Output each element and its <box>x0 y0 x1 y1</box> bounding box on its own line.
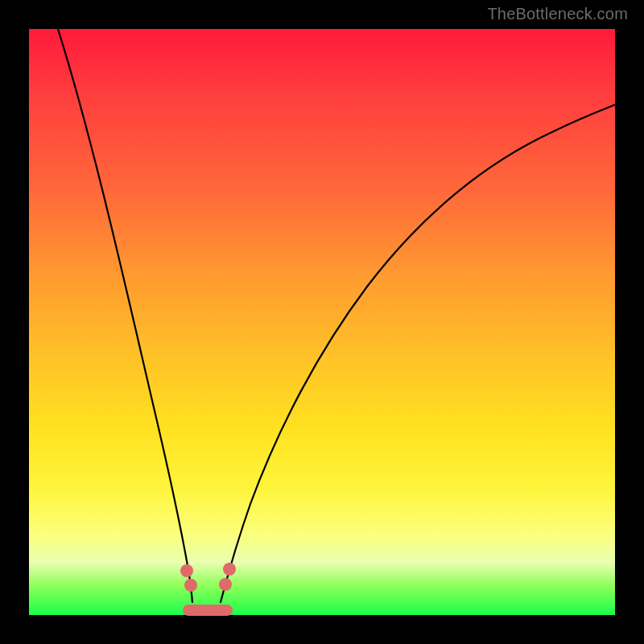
marker-dot <box>180 564 193 577</box>
marker-dot <box>184 579 197 592</box>
plot-area <box>29 29 615 615</box>
outer-frame: TheBottleneck.com <box>0 0 644 644</box>
curve-right-branch <box>221 105 615 602</box>
marker-dot <box>219 578 232 591</box>
marker-dot <box>223 563 236 576</box>
curve-left-branch <box>58 29 192 602</box>
watermark-text: TheBottleneck.com <box>487 5 628 23</box>
curve-layer <box>29 29 615 615</box>
